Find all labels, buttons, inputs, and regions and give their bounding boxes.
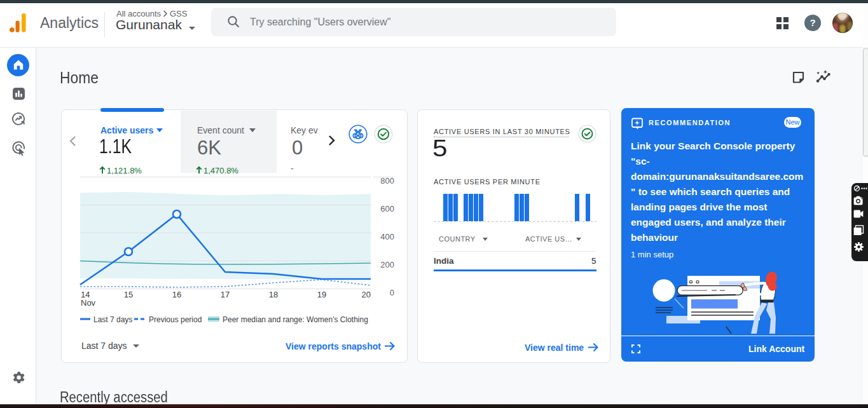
svg-text:17: 17 bbox=[221, 290, 230, 299]
svg-text:20: 20 bbox=[362, 290, 371, 299]
svg-text:Nov: Nov bbox=[81, 298, 96, 308]
svg-text:18: 18 bbox=[269, 290, 278, 299]
svg-text:400: 400 bbox=[380, 232, 394, 241]
svg-text:Previous period: Previous period bbox=[149, 315, 202, 324]
svg-text:Last 7 days: Last 7 days bbox=[93, 315, 132, 324]
svg-text:800: 800 bbox=[380, 176, 394, 186]
svg-text:16: 16 bbox=[172, 290, 181, 299]
svg-text:15: 15 bbox=[124, 290, 133, 299]
svg-text:0: 0 bbox=[390, 288, 394, 297]
svg-text:600: 600 bbox=[380, 204, 394, 214]
svg-text:200: 200 bbox=[380, 260, 394, 269]
svg-text:19: 19 bbox=[317, 290, 326, 299]
svg-text:Peer median and range: Women's: Peer median and range: Women's Clothing bbox=[223, 315, 368, 324]
